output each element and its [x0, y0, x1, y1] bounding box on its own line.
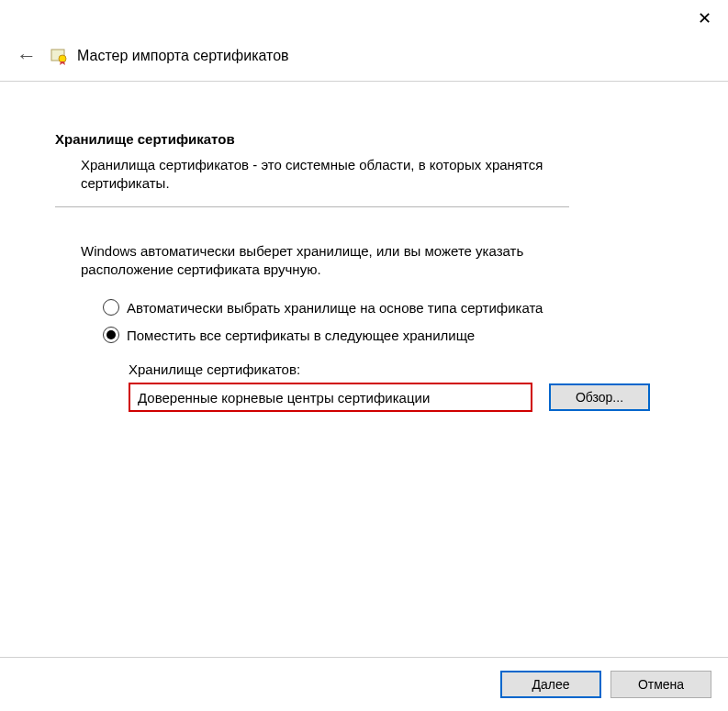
- close-icon: ✕: [698, 8, 711, 28]
- close-button[interactable]: ✕: [691, 6, 717, 31]
- cancel-button[interactable]: Отмена: [610, 671, 711, 698]
- wizard-title: Мастер импорта сертификатов: [77, 48, 289, 64]
- radio-manual-row[interactable]: Поместить все сертификаты в следующее хр…: [103, 327, 673, 343]
- cancel-button-label: Отмена: [638, 677, 684, 692]
- store-label: Хранилище сертификатов:: [129, 361, 673, 377]
- radio-manual-label: Поместить все сертификаты в следующее хр…: [127, 328, 475, 343]
- next-button-label: Далее: [532, 677, 569, 692]
- wizard-footer: Далее Отмена: [0, 657, 728, 711]
- store-input-value: Доверенные корневые центры сертификации: [138, 390, 430, 405]
- browse-button[interactable]: Обзор...: [549, 383, 650, 411]
- back-button[interactable]: ←: [17, 44, 37, 68]
- radio-manual[interactable]: [103, 327, 119, 343]
- instruction-text: Windows автоматически выберет хранилище,…: [55, 242, 569, 280]
- section-description: Хранилища сертификатов - это системные о…: [55, 156, 569, 207]
- radio-auto-row[interactable]: Автоматически выбрать хранилище на основ…: [103, 299, 673, 316]
- section-title: Хранилище сертификатов: [55, 131, 673, 147]
- svg-point-1: [59, 55, 66, 62]
- next-button[interactable]: Далее: [500, 671, 601, 698]
- store-input[interactable]: Доверенные корневые центры сертификации: [129, 383, 532, 412]
- radio-group: Автоматически выбрать хранилище на основ…: [55, 299, 673, 343]
- wizard-header: ← Мастер импорта сертификатов: [0, 37, 728, 82]
- browse-button-label: Обзор...: [576, 390, 623, 405]
- store-row: Доверенные корневые центры сертификации …: [129, 383, 673, 412]
- titlebar: ✕: [0, 0, 728, 37]
- certificate-icon: [50, 46, 70, 66]
- arrow-left-icon: ←: [17, 44, 37, 67]
- radio-auto[interactable]: [103, 299, 119, 316]
- radio-auto-label: Автоматически выбрать хранилище на основ…: [127, 300, 543, 316]
- wizard-content: Хранилище сертификатов Хранилища сертифи…: [0, 82, 728, 412]
